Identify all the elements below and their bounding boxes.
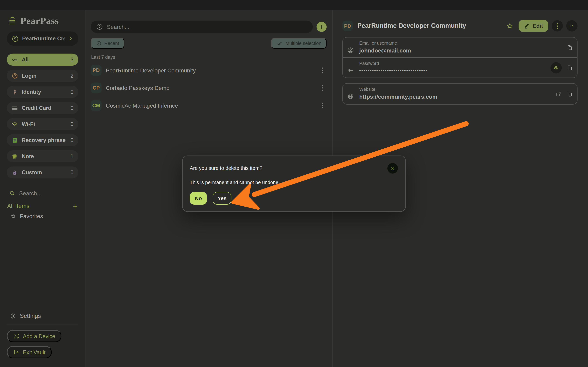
copy-email-button[interactable] xyxy=(567,44,573,50)
yes-button[interactable]: Yes xyxy=(213,192,231,205)
search-icon xyxy=(9,190,15,196)
sidebar-item-label: Note xyxy=(22,153,67,159)
favorite-star-button[interactable] xyxy=(506,22,513,29)
sidebar-search[interactable]: Search... xyxy=(7,190,78,196)
item-title: PearRuntime Developer Community xyxy=(106,67,318,74)
app-logo: PearPass xyxy=(7,15,78,27)
no-button[interactable]: No xyxy=(190,192,207,205)
lock-logo-icon xyxy=(8,16,17,26)
sidebar-item-login[interactable]: Login 2 xyxy=(7,70,78,82)
all-items-row[interactable]: All Items xyxy=(7,203,78,209)
add-item-button[interactable] xyxy=(317,22,327,32)
sidebar-item-count: 0 xyxy=(70,121,74,127)
item-menu-icon[interactable] xyxy=(318,83,326,93)
category-nav: All 3 Login 2 xyxy=(7,54,78,178)
exit-icon xyxy=(13,349,19,355)
sidebar-item-recovery-phrase[interactable]: Recovery phrase 0 xyxy=(7,134,78,146)
plus-icon[interactable] xyxy=(72,203,78,209)
delete-confirmation-modal: Are you sure to delete this item? This i… xyxy=(182,156,406,212)
add-device-label: Add a Device xyxy=(23,333,55,339)
sidebar-item-note[interactable]: Note 1 xyxy=(7,150,78,162)
edit-button[interactable]: Edit xyxy=(519,20,548,32)
show-password-button[interactable] xyxy=(551,62,562,73)
item-search-input[interactable] xyxy=(107,24,308,30)
user-circle-icon xyxy=(12,73,18,79)
website-field-row: Website https://community.pears.com xyxy=(343,83,577,104)
sidebar-search-placeholder: Search... xyxy=(19,190,42,196)
item-search-bar[interactable] xyxy=(91,21,313,33)
email-label: Email or username xyxy=(359,40,573,46)
multiple-selection-chip[interactable]: Multiple selection xyxy=(271,38,327,49)
sidebar-item-label: Custom xyxy=(22,169,67,175)
email-field-row: Email or username johndoe@mail.com xyxy=(343,37,577,57)
credentials-field-group: Email or username johndoe@mail.com xyxy=(342,37,578,78)
item-menu-icon[interactable] xyxy=(318,100,326,110)
password-value: •••••••••••••••••••••••••••••••• xyxy=(359,68,428,73)
list-item[interactable]: PD PearRuntime Developer Community xyxy=(91,61,327,79)
key-circle-icon xyxy=(96,23,103,30)
exit-vault-button[interactable]: Exit Vault xyxy=(7,346,52,359)
sidebar-item-custom[interactable]: Custom 0 xyxy=(7,166,78,178)
close-icon xyxy=(390,166,395,171)
edit-label: Edit xyxy=(533,23,543,29)
lock-icon xyxy=(12,169,18,175)
double-check-icon xyxy=(277,40,283,46)
collapse-panel-button[interactable] xyxy=(566,20,578,32)
item-avatar: PD xyxy=(91,65,102,76)
sidebar-item-count: 1 xyxy=(70,153,74,159)
item-avatar: CM xyxy=(91,100,102,111)
vault-selector[interactable]: PearRuntime Cre... xyxy=(7,32,78,46)
sidebar-item-credit-card[interactable]: Credit Card 0 xyxy=(7,102,78,114)
favorites-label: Favorites xyxy=(20,213,43,219)
copy-password-button[interactable] xyxy=(567,65,573,71)
modal-title: Are you sure to delete this item? xyxy=(190,165,262,171)
sidebar-item-count: 2 xyxy=(70,73,74,79)
list-item[interactable]: CM CosmicAc Managed Infernce xyxy=(91,97,327,114)
settings-label: Settings xyxy=(20,313,41,319)
sidebar-item-all[interactable]: All 3 xyxy=(7,54,78,66)
sidebar-item-settings[interactable]: Settings xyxy=(7,313,78,319)
copy-website-button[interactable] xyxy=(567,91,573,97)
sidebar-item-count: 0 xyxy=(70,169,74,175)
recent-filter-chip[interactable]: Recent xyxy=(91,38,125,49)
sidebar-item-favorites[interactable]: Favorites xyxy=(7,213,78,219)
kebab-icon xyxy=(557,23,558,29)
note-icon xyxy=(12,153,18,159)
star-icon xyxy=(10,213,16,219)
sidebar-item-label: Wi-Fi xyxy=(22,121,67,127)
password-field-row: Password •••••••••••••••••••••••••••••••… xyxy=(343,57,577,78)
website-label: Website xyxy=(359,87,573,92)
globe-icon xyxy=(347,93,354,100)
gear-icon xyxy=(9,313,16,319)
person-icon xyxy=(12,89,18,95)
sidebar-item-label: Recovery phrase xyxy=(22,137,67,143)
sidebar-item-count: 0 xyxy=(70,137,74,143)
modal-message: This is permanent and cannot be undone xyxy=(190,179,278,185)
sidebar-item-label: All xyxy=(22,57,67,63)
open-website-button[interactable] xyxy=(555,91,561,97)
sidebar: PearPass PearRuntime Cre... xyxy=(0,10,85,367)
detail-avatar: PD xyxy=(342,21,353,31)
email-value: johndoe@mail.com xyxy=(359,47,411,53)
recent-label: Recent xyxy=(104,41,119,46)
detail-title: PearRuntime Developer Community xyxy=(357,22,466,30)
list-item[interactable]: CP Corbado Passkeys Demo xyxy=(91,79,327,97)
sidebar-item-count: 0 xyxy=(70,89,74,95)
clock-icon xyxy=(96,40,102,46)
sidebar-item-identity[interactable]: Identity 0 xyxy=(7,86,78,98)
user-circle-icon xyxy=(347,47,354,54)
modal-close-button[interactable] xyxy=(387,163,398,174)
more-options-button[interactable] xyxy=(552,20,563,32)
key-circle-icon xyxy=(12,35,19,42)
key-icon xyxy=(12,57,18,63)
add-device-button[interactable]: Add a Device xyxy=(7,330,62,342)
wifi-icon xyxy=(12,121,18,127)
item-menu-icon[interactable] xyxy=(318,66,326,75)
pencil-icon xyxy=(524,23,530,29)
section-label: Last 7 days xyxy=(91,55,327,60)
window-top-strip xyxy=(0,0,588,10)
key-icon xyxy=(347,67,354,74)
website-value: https://community.pears.com xyxy=(359,93,437,100)
password-label: Password xyxy=(359,61,573,66)
sidebar-item-wifi[interactable]: Wi-Fi 0 xyxy=(7,118,78,130)
